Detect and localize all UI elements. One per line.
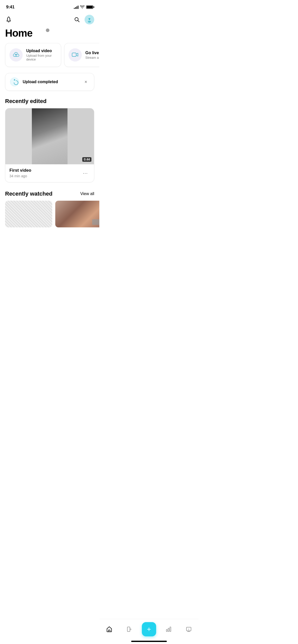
upload-video-subtitle: Upload from your device [26,54,57,61]
go-live-icon-wrap [69,48,82,62]
thumbnail-right [67,108,94,164]
header [0,13,99,25]
recently-edited-title: Recently edited [5,98,47,105]
status-time: 9:41 [6,5,15,10]
action-cards-row: Upload video Upload from your device Go … [0,43,99,72]
recently-watched-row [0,201,99,253]
svg-point-2 [88,18,90,20]
page-title-section: Home [0,25,99,43]
upload-cloud-icon [12,51,20,58]
recently-watched-title: Recently watched [5,191,52,197]
go-live-subtitle: Stream a [85,56,99,60]
recently-watched-header: Recently watched View all [0,188,99,201]
notification-dot [46,28,49,32]
video-time-ago: 34 min ago [9,174,81,178]
video-title: First video [9,168,81,173]
status-bar: 9:41 [0,0,99,13]
battery-icon [86,5,93,9]
upload-notification-text: Upload completed [23,80,79,84]
go-live-card[interactable]: Go live Stream a [64,43,99,67]
recently-watched-thumb-2[interactable] [55,201,99,227]
recently-watched-thumb-1[interactable] [5,201,52,227]
status-icons [74,5,93,9]
svg-point-7 [10,78,19,86]
svg-point-5 [90,19,90,20]
header-right [73,15,94,24]
video-camera-icon [72,52,79,58]
close-notification-button[interactable]: × [82,78,89,85]
go-live-text: Go live Stream a [85,51,99,60]
video-info: First video 34 min ago ··· [5,164,94,182]
thumbnail-center [32,108,67,164]
upload-notification: Upload completed × [5,73,94,91]
upload-video-title: Upload video [26,49,57,53]
upload-video-card[interactable]: Upload video Upload from your device [5,43,61,67]
search-button[interactable] [73,16,80,23]
upload-video-text: Upload video Upload from your device [26,49,57,61]
video-duration-badge: 0:44 [82,157,91,162]
recently-edited-header: Recently edited [0,96,99,108]
thumbnail-left [5,108,32,164]
upload-video-icon-wrap [9,48,23,62]
view-all-button[interactable]: View all [80,192,94,196]
recently-edited-card[interactable]: 0:44 First video 34 min ago ··· [5,108,94,182]
avatar[interactable] [85,15,94,24]
notification-bell-icon[interactable] [5,16,12,23]
svg-point-3 [88,21,91,23]
svg-point-4 [88,19,89,20]
signal-bars-icon [74,5,78,9]
go-live-title: Go live [85,51,99,55]
upload-sync-icon [10,77,19,86]
page-title: Home [5,27,94,39]
more-options-button[interactable]: ··· [81,168,90,178]
wifi-icon [80,5,85,9]
svg-rect-6 [72,53,76,56]
video-info-text: First video 34 min ago [9,168,81,178]
video-thumbnail: 0:44 [5,108,94,164]
